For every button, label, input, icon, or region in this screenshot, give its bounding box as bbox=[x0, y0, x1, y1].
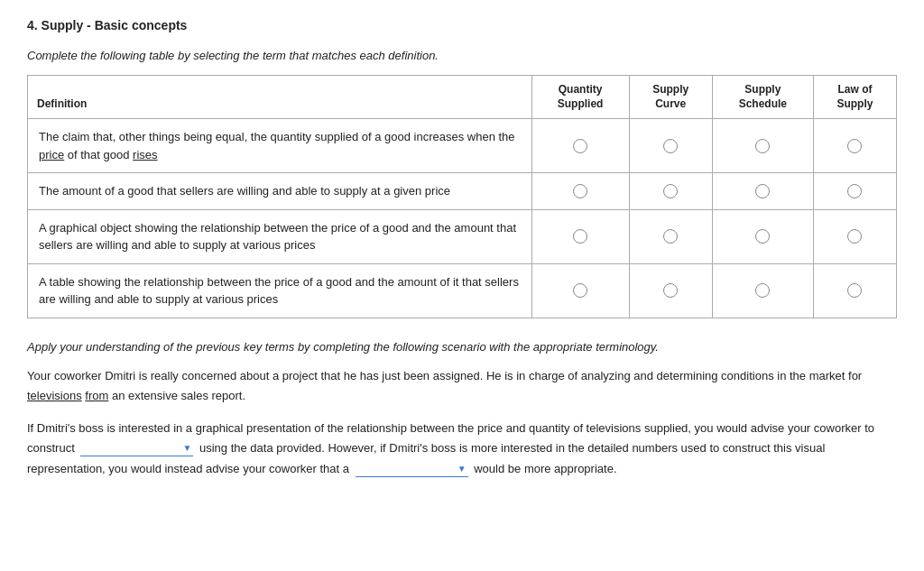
table-row: A graphical object showing the relations… bbox=[28, 209, 897, 263]
radio-cell-4-4[interactable] bbox=[813, 263, 896, 318]
radio-cell-3-2[interactable] bbox=[629, 209, 712, 263]
radio-cell-2-3[interactable] bbox=[712, 173, 813, 210]
radio-button[interactable] bbox=[663, 283, 678, 298]
table-row: A table showing the relationship between… bbox=[28, 263, 897, 318]
radio-button[interactable] bbox=[755, 229, 770, 244]
scenario-instruction: Apply your understanding of the previous… bbox=[27, 338, 897, 356]
table-row: The amount of a good that sellers are wi… bbox=[28, 173, 897, 210]
radio-cell-3-3[interactable] bbox=[712, 209, 813, 263]
scenario-paragraph-1: Your coworker Dmitri is really concerned… bbox=[27, 366, 897, 406]
radio-button[interactable] bbox=[847, 184, 862, 198]
dropdown1-select[interactable]: Supply Curve Supply Schedule Quantity Su… bbox=[80, 440, 193, 456]
definition-2: The amount of a good that sellers are wi… bbox=[28, 173, 532, 210]
dropdown1-wrapper[interactable]: Supply Curve Supply Schedule Quantity Su… bbox=[80, 440, 193, 456]
radio-button[interactable] bbox=[573, 184, 587, 198]
radio-cell-3-4[interactable] bbox=[813, 209, 896, 263]
radio-cell-4-2[interactable] bbox=[629, 263, 712, 318]
radio-button[interactable] bbox=[573, 283, 587, 298]
section-title: 4. Supply - Basic concepts bbox=[27, 18, 897, 32]
radio-cell-1-1[interactable] bbox=[531, 119, 629, 173]
radio-button[interactable] bbox=[573, 139, 587, 153]
dropdown2-wrapper[interactable]: Supply Schedule Supply Curve Quantity Su… bbox=[356, 461, 468, 477]
radio-button[interactable] bbox=[847, 283, 862, 298]
underline-price: price bbox=[39, 148, 64, 161]
table-instruction: Complete the following table by selectin… bbox=[27, 49, 897, 62]
radio-cell-4-1[interactable] bbox=[531, 263, 629, 318]
radio-cell-2-4[interactable] bbox=[813, 173, 896, 210]
underline-rises: rises bbox=[133, 148, 157, 161]
radio-cell-4-3[interactable] bbox=[712, 263, 813, 318]
underline-from: from bbox=[85, 389, 108, 402]
definition-4: A table showing the relationship between… bbox=[28, 263, 532, 318]
radio-cell-2-2[interactable] bbox=[629, 173, 712, 210]
underline-televisions: televisions bbox=[27, 389, 82, 402]
definition-1: The claim that, other things being equal… bbox=[28, 119, 532, 173]
table-row: The claim that, other things being equal… bbox=[28, 119, 897, 173]
radio-cell-3-1[interactable] bbox=[531, 209, 629, 263]
definition-3: A graphical object showing the relations… bbox=[28, 209, 532, 263]
radio-button[interactable] bbox=[847, 139, 862, 153]
radio-button[interactable] bbox=[663, 184, 678, 198]
radio-button[interactable] bbox=[847, 229, 862, 244]
col-header-law-of-supply: Law ofSupply bbox=[813, 76, 896, 119]
scenario-paragraph-2: If Dmitri's boss is interested in a grap… bbox=[27, 419, 897, 478]
col-header-definition: Definition bbox=[28, 76, 532, 119]
col-header-supply-curve: SupplyCurve bbox=[629, 76, 712, 119]
dropdown2-select[interactable]: Supply Schedule Supply Curve Quantity Su… bbox=[356, 461, 468, 476]
radio-cell-2-1[interactable] bbox=[531, 173, 629, 210]
radio-button[interactable] bbox=[573, 229, 587, 244]
radio-button[interactable] bbox=[755, 139, 770, 153]
radio-button[interactable] bbox=[663, 139, 678, 153]
radio-button[interactable] bbox=[663, 229, 678, 244]
col-header-quantity-supplied: QuantitySupplied bbox=[531, 76, 629, 119]
radio-cell-1-3[interactable] bbox=[712, 119, 813, 173]
matching-table: Definition QuantitySupplied SupplyCurve … bbox=[27, 75, 897, 318]
radio-button[interactable] bbox=[755, 184, 770, 198]
radio-button[interactable] bbox=[755, 283, 770, 298]
scenario-text-part3: would be more appropriate. bbox=[474, 462, 616, 475]
radio-cell-1-2[interactable] bbox=[629, 119, 712, 173]
radio-cell-1-4[interactable] bbox=[813, 119, 896, 173]
col-header-supply-schedule: SupplySchedule bbox=[712, 76, 813, 119]
